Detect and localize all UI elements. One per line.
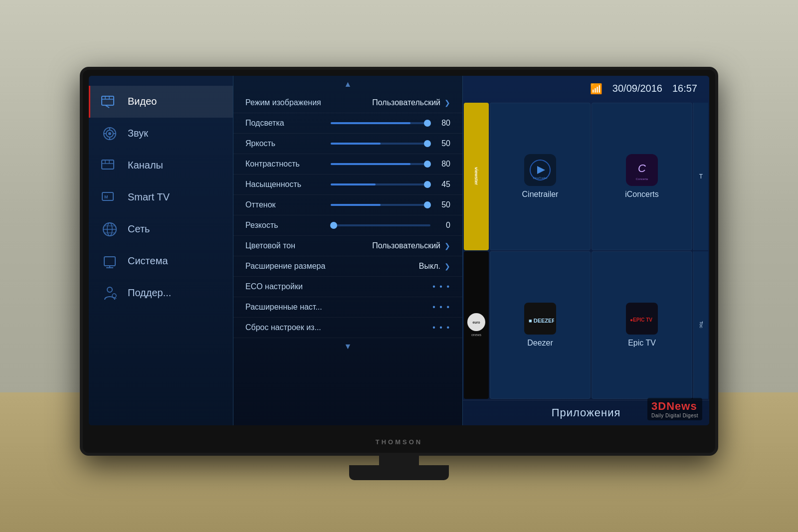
tv-screen: Видео Зву — [89, 76, 709, 425]
scroll-down-arrow[interactable]: ▼ — [233, 338, 462, 355]
image-mode-label: Режим изображения — [245, 98, 321, 107]
network-icon — [101, 220, 119, 238]
settings-hue[interactable]: Оттенок 50 — [233, 195, 462, 215]
app-deezer[interactable]: ■ DEEZER Deezer — [490, 251, 591, 399]
size-ext-chevron: ❯ — [444, 262, 450, 270]
eco-label: ECO настройки — [245, 282, 303, 291]
svg-text:●EPIC TV: ●EPIC TV — [630, 317, 652, 323]
settings-size-ext[interactable]: Расширение размера Выкл. ❯ — [233, 256, 462, 277]
settings-panel: ▲ Режим изображения Пользовательский ❯ П… — [233, 76, 463, 425]
hue-fill — [331, 204, 381, 206]
settings-advanced[interactable]: Расширенные наст... • • • — [233, 297, 462, 318]
contrast-thumb — [424, 161, 431, 168]
app-iconcerts[interactable]: C Concerta iConcerts — [592, 103, 692, 250]
hue-thumb — [424, 201, 431, 208]
saturation-track — [331, 183, 430, 185]
hue-value: 50 — [435, 200, 450, 209]
svg-point-27 — [112, 294, 116, 298]
apps-label: Приложения — [552, 406, 621, 419]
sidebar-item-sound[interactable]: Звук — [89, 118, 233, 150]
svg-point-7 — [108, 132, 111, 135]
sharpness-track — [331, 224, 430, 226]
watermark-main: 3DNews — [651, 400, 698, 413]
hue-label: Оттенок — [245, 200, 276, 209]
tv-stand — [349, 453, 449, 480]
image-mode-value: Пользовательский ❯ — [372, 98, 450, 107]
app-euronews-partial[interactable]: euro onews — [464, 251, 489, 399]
app-viewster-partial[interactable]: viewster — [464, 103, 489, 250]
iconcerts-icon: C Concerta — [626, 154, 658, 186]
smart-panel: 📶 30/09/2016 16:57 viewster — [463, 76, 709, 425]
wifi-icon: 📶 — [590, 83, 602, 95]
channels-icon — [101, 157, 119, 175]
app-partial-top[interactable]: T — [693, 103, 708, 250]
scroll-up-arrow[interactable]: ▲ — [233, 76, 462, 93]
app-cinetrailer[interactable]: CineTrailer Cinetrailer — [490, 103, 591, 250]
video-icon — [101, 93, 119, 111]
svg-rect-12 — [102, 160, 114, 169]
hue-slider-container: 50 — [331, 200, 450, 209]
svg-line-28 — [115, 298, 116, 299]
sidebar: Видео Зву — [89, 76, 233, 425]
settings-color-tone[interactable]: Цветовой тон Пользовательский ❯ — [233, 236, 462, 256]
toc-label: Toc — [699, 321, 704, 328]
hue-track — [331, 204, 430, 206]
sidebar-label-video: Видео — [128, 96, 157, 107]
support-icon — [101, 284, 119, 302]
contrast-label: Контрастность — [245, 160, 300, 169]
settings-brightness[interactable]: Яркость 50 — [233, 134, 462, 154]
system-icon — [101, 252, 119, 270]
epictv-icon: ●EPIC TV — [626, 303, 658, 335]
sidebar-label-system: Система — [128, 255, 168, 267]
sidebar-label-sound: Звук — [128, 128, 148, 139]
settings-saturation[interactable]: Насыщенность 45 — [233, 175, 462, 195]
sharpness-value: 0 — [435, 221, 450, 230]
sidebar-item-support[interactable]: Поддер... — [89, 277, 233, 309]
svg-point-26 — [107, 287, 112, 292]
epictv-label: Epic TV — [628, 339, 656, 348]
svg-rect-0 — [102, 96, 114, 105]
settings-image-mode[interactable]: Режим изображения Пользовательский ❯ — [233, 93, 462, 113]
sidebar-item-network[interactable]: Сеть — [89, 213, 233, 245]
sound-icon — [101, 125, 119, 143]
app-epictv[interactable]: ●EPIC TV Epic TV — [592, 251, 692, 399]
sidebar-label-channels: Каналы — [128, 160, 163, 171]
backlight-track — [331, 122, 430, 124]
watermark: 3DNews Daily Digital Digest — [647, 398, 702, 420]
saturation-slider-container: 45 — [331, 180, 450, 189]
smarttv-icon: M — [101, 188, 119, 206]
sharpness-thumb — [330, 222, 337, 229]
settings-backlight[interactable]: Подсветка 80 — [233, 113, 462, 134]
app-partial-toc[interactable]: Toc — [693, 251, 708, 399]
settings-eco[interactable]: ECO настройки • • • — [233, 277, 462, 297]
brightness-track — [331, 143, 430, 145]
backlight-thumb — [424, 120, 431, 127]
sidebar-item-smarttv[interactable]: M Smart TV — [89, 181, 233, 213]
sidebar-item-video[interactable]: Видео — [89, 86, 233, 118]
svg-text:CineTrailer: CineTrailer — [533, 177, 547, 179]
header-time: 16:57 — [672, 83, 697, 94]
reset-label: Сброс настроек из... — [245, 323, 321, 332]
settings-reset[interactable]: Сброс настроек из... • • • — [233, 318, 462, 338]
svg-rect-23 — [104, 257, 115, 266]
backlight-label: Подсветка — [245, 119, 284, 128]
size-ext-value: Выкл. ❯ — [419, 262, 450, 271]
settings-contrast[interactable]: Контрастность 80 — [233, 154, 462, 175]
cinetrailer-label: Cinetrailer — [522, 190, 559, 199]
sidebar-label-support: Поддер... — [128, 287, 171, 299]
color-tone-chevron: ❯ — [444, 242, 450, 250]
contrast-slider-container: 80 — [331, 160, 450, 169]
sidebar-item-channels[interactable]: Каналы — [89, 150, 233, 181]
advanced-label: Расширенные наст... — [245, 303, 322, 312]
contrast-value: 80 — [435, 160, 450, 169]
sidebar-label-network: Сеть — [128, 223, 150, 235]
sharpness-fill — [331, 224, 333, 226]
brightness-fill — [331, 143, 381, 145]
saturation-label: Насыщенность — [245, 180, 301, 189]
saturation-value: 45 — [435, 180, 450, 189]
sidebar-item-system[interactable]: Система — [89, 245, 233, 277]
size-ext-label: Расширение размера — [245, 262, 325, 271]
sharpness-slider-container: 0 — [331, 221, 450, 230]
settings-sharpness[interactable]: Резкость 0 — [233, 215, 462, 236]
cinetrailer-icon: CineTrailer — [524, 154, 556, 186]
